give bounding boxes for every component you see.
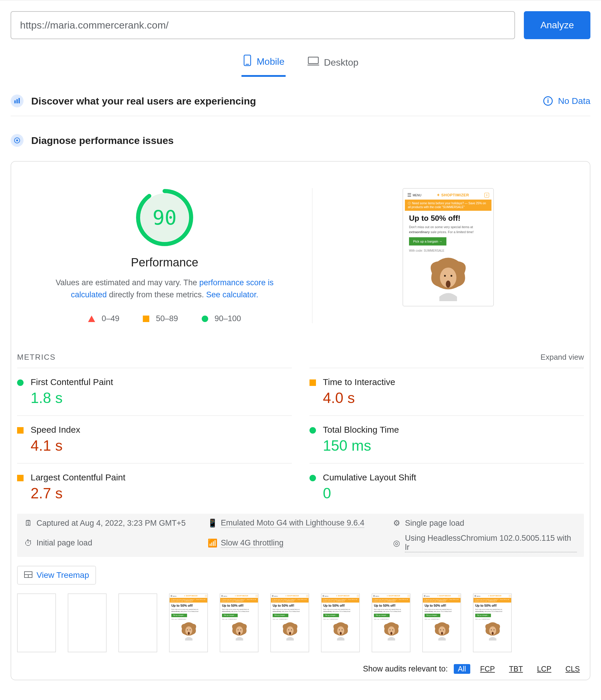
hero-code: With code: SUMMERSALE (171, 619, 206, 620)
throttle-link[interactable]: Slow 4G throttling (221, 539, 284, 548)
hero-title: Up to 50% off! (475, 604, 510, 607)
hero-title: Up to 50% off! (273, 604, 307, 607)
svg-point-8 (16, 140, 18, 141)
svg-rect-4 (15, 100, 16, 103)
audit-filter-all[interactable]: All (454, 664, 470, 674)
status-dot-good (310, 475, 316, 481)
filmstrip-frame[interactable]: ☰ MENU ✦ SHOPTIMIZER ⓘNeed some items be… (220, 594, 259, 652)
hero-copy: Don't miss out on some very special item… (409, 225, 487, 234)
see-calculator-link[interactable]: See calculator. (206, 290, 258, 299)
hamburger-icon: ☰ MENU (407, 192, 422, 198)
hero-cta: Pick up a bargain → (425, 614, 440, 617)
hero-cta: Pick up a bargain → (273, 614, 288, 617)
url-input[interactable] (10, 11, 515, 39)
filmstrip-frame[interactable] (118, 594, 157, 652)
calendar-icon: 🗓 (24, 518, 32, 528)
avg-icon (143, 316, 149, 322)
metric-cls[interactable]: Cumulative Layout Shift 0 (310, 463, 584, 511)
metric-tti[interactable]: Time to Interactive 4.0 s (310, 368, 584, 415)
filmstrip-frame[interactable]: ☰ MENU ✦ SHOPTIMIZER ⓘNeed some items be… (321, 594, 360, 652)
metric-si[interactable]: Speed Index 4.1 s (17, 415, 292, 463)
promo-banner: ⓘNeed some items before your holidays? —… (170, 598, 208, 603)
hero-cta: Pick up a bargain → (222, 614, 238, 617)
hero-code: With code: SUMMERSALE (374, 619, 409, 620)
audit-filter-cls[interactable]: CLS (561, 664, 584, 674)
hero-image (425, 622, 459, 641)
audits-prompt: Show audits relevant to: (363, 665, 448, 674)
hero-copy: Don't miss out on some very special item… (374, 608, 409, 612)
promo-banner: ⓘNeed some items before your holidays? —… (405, 200, 491, 211)
filmstrip-frame[interactable]: ☰ MENU ✦ SHOPTIMIZER ⓘNeed some items be… (422, 594, 461, 652)
chrome-link[interactable]: Using HeadlessChromium 102.0.5005.115 wi… (405, 534, 577, 552)
hero-code: With code: SUMMERSALE (323, 619, 358, 620)
status-square-avg (17, 475, 24, 481)
hero-cta: Pick up a bargain → (171, 614, 187, 617)
no-data-link[interactable]: No Data (558, 96, 591, 106)
hero-copy: Don't miss out on some very special item… (273, 608, 307, 612)
cart-icon (509, 595, 511, 597)
discover-section-icon (10, 95, 24, 107)
svg-point-26 (239, 632, 241, 635)
brand-logo: ✦ SHOPTIMIZER (235, 595, 248, 597)
hamburger-icon: ☰ MENU (322, 595, 328, 597)
hero-title: Up to 50% off! (425, 604, 459, 607)
performance-description: Values are estimated and may vary. The p… (50, 277, 280, 301)
hero-copy: Don't miss out on some very special item… (425, 608, 459, 612)
tab-mobile-label: Mobile (257, 56, 285, 67)
timer-icon: ⏱ (24, 539, 32, 548)
svg-point-32 (288, 630, 289, 630)
brand-logo: ✦ SHOPTIMIZER (285, 595, 299, 597)
cart-icon (408, 595, 410, 597)
svg-point-22 (187, 630, 188, 630)
audit-filter-fcp[interactable]: FCP (476, 664, 499, 674)
svg-point-14 (444, 275, 446, 277)
filmstrip-frame[interactable]: ☰ MENU ✦ SHOPTIMIZER ⓘNeed some items be… (169, 594, 208, 652)
score-legend: 0–49 50–89 90–100 (88, 314, 241, 323)
promo-banner: ⓘNeed some items before your holidays? —… (271, 598, 309, 603)
expand-view-link[interactable]: Expand view (540, 353, 584, 362)
svg-point-21 (188, 632, 190, 635)
hamburger-icon: ☰ MENU (170, 595, 176, 597)
filmstrip-frame[interactable]: ☰ MENU ✦ SHOPTIMIZER ⓘNeed some items be… (270, 594, 309, 652)
hero-title: Up to 50% off! (222, 604, 257, 607)
svg-point-28 (240, 630, 241, 630)
hero-copy: Don't miss out on some very special item… (323, 608, 358, 612)
filmstrip-frame[interactable]: ☰ MENU ✦ SHOPTIMIZER ⓘNeed some items be… (473, 594, 512, 652)
chrome-icon: ◎ (392, 539, 401, 548)
wifi-icon: 📶 (209, 539, 217, 548)
page-screenshot-thumbnail: ☰ MENU ✦ SHOPTIMIZER ⓘNeed some items be… (403, 188, 494, 306)
filmstrip-frame[interactable] (17, 594, 56, 652)
diagnose-title: Diagnose performance issues (31, 135, 591, 146)
hero-code: With code: SUMMERSALE (222, 619, 257, 620)
metric-fcp[interactable]: First Contentful Paint 1.8 s (17, 368, 292, 415)
view-treemap-button[interactable]: View Treemap (17, 566, 96, 584)
hero-code: With code: SUMMERSALE (409, 249, 487, 252)
hamburger-icon: ☰ MENU (272, 595, 278, 597)
desktop-icon (307, 56, 319, 69)
analyze-button[interactable]: Analyze (524, 11, 591, 39)
brand-logo: ✦ SHOPTIMIZER (184, 595, 198, 597)
metric-lcp[interactable]: Largest Contentful Paint 2.7 s (17, 463, 292, 511)
brand-logo: ✦ SHOPTIMIZER (387, 595, 400, 597)
hamburger-icon: ☰ MENU (474, 595, 480, 597)
metric-tbt[interactable]: Total Blocking Time 150 ms (310, 415, 584, 463)
hero-image (273, 622, 307, 641)
tab-desktop-label: Desktop (324, 57, 358, 68)
tab-desktop[interactable]: Desktop (306, 51, 360, 77)
discover-title: Discover what your real users are experi… (31, 95, 536, 107)
svg-point-37 (339, 630, 340, 630)
tab-mobile[interactable]: Mobile (241, 51, 286, 77)
svg-point-13 (446, 280, 451, 288)
svg-point-51 (492, 632, 494, 635)
audit-filter-lcp[interactable]: LCP (533, 664, 556, 674)
diagnose-card: 90 Performance Values are estimated and … (10, 161, 591, 680)
emulated-link[interactable]: Emulated Moto G4 with Lighthouse 9.6.4 (221, 518, 364, 528)
brand-logo: ✦ SHOPTIMIZER (336, 595, 350, 597)
status-dot-good (310, 427, 316, 433)
filmstrip-frame[interactable] (68, 594, 106, 652)
device-icon: 📱 (209, 518, 217, 528)
hero-cta: Pick up a bargain → (409, 237, 447, 246)
audit-filter-tbt[interactable]: TBT (505, 664, 527, 674)
info-icon[interactable]: i (543, 96, 553, 106)
filmstrip-frame[interactable]: ☰ MENU ✦ SHOPTIMIZER ⓘNeed some items be… (371, 594, 410, 652)
